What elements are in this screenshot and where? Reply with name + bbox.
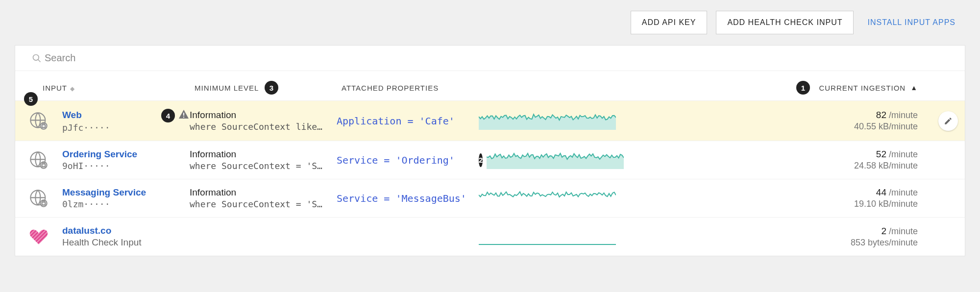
- col-ingestion-header[interactable]: 1 CURRENT INGESTION ▲: [626, 81, 947, 95]
- filter-expression: where SourceContext = 'Seq…: [190, 199, 327, 209]
- attached-properties: Application = 'Cafe': [337, 115, 479, 127]
- svg-rect-6: [183, 117, 184, 118]
- input-name-cell: Messaging Service0lzm·····: [62, 187, 190, 209]
- level-cell: Informationwhere SourceContext like '…: [190, 110, 337, 132]
- ingestion-rate: 2 /minute: [621, 226, 918, 237]
- api-key-preview: 0lzm·····: [62, 199, 190, 209]
- col-ingestion-label: CURRENT INGESTION: [819, 84, 906, 92]
- svg-point-0: [33, 55, 39, 61]
- col-input-label: INPUT: [43, 84, 67, 92]
- level-cell: Informationwhere SourceContext = 'Seq…: [190, 149, 337, 171]
- col-input-header[interactable]: INPUT◆: [43, 84, 195, 92]
- input-name-link[interactable]: Ordering Service: [62, 149, 137, 160]
- ingestion-rate: 52 /minute: [621, 149, 918, 160]
- ingestion-rate: 82 /minute: [621, 110, 918, 121]
- ingestion-cell: 44 /minute19.10 kB/minute: [621, 187, 947, 209]
- svg-line-1: [38, 60, 41, 62]
- sparkline-cell: [479, 188, 621, 209]
- heart-icon: [15, 226, 62, 247]
- ingestion-cell: 82 /minute40.55 kB/minute: [621, 110, 947, 132]
- edit-button[interactable]: [938, 111, 958, 131]
- globe-lock-icon: [15, 111, 62, 131]
- col-level-label: MINIMUM LEVEL: [195, 84, 259, 92]
- search-row: [15, 46, 965, 71]
- search-icon: [32, 53, 42, 63]
- attached-properties: Service = 'MessageBus': [337, 193, 479, 204]
- table-row[interactable]: Ordering Service9oHI·····Informationwher…: [15, 141, 965, 179]
- input-name-link[interactable]: Web: [62, 110, 82, 121]
- ingestion-cell: 52 /minute24.58 kB/minute: [621, 149, 947, 171]
- add-api-key-button[interactable]: ADD API KEY: [631, 11, 708, 34]
- minimum-level-value: Information: [190, 187, 337, 198]
- input-name-link[interactable]: Messaging Service: [62, 187, 146, 198]
- svg-rect-5: [183, 113, 184, 116]
- sparkline-cell: 2: [479, 149, 621, 171]
- api-key-preview: pJfc·····: [62, 122, 190, 133]
- inputs-panel: 5 INPUT◆ MINIMUM LEVEL 3 ATTACHED PROPER…: [15, 45, 965, 256]
- input-name-cell: Web4pJfc·····: [62, 109, 190, 133]
- minimum-level-value: Information: [190, 149, 337, 160]
- globe-lock-icon: [15, 150, 62, 170]
- sparkline-chart: [487, 149, 624, 171]
- search-input[interactable]: [45, 52, 956, 64]
- minimum-level-value: Information: [190, 110, 337, 121]
- globe-lock-icon: [15, 189, 62, 208]
- ingestion-bytes: 40.55 kB/minute: [621, 122, 918, 132]
- attached-properties: Service = 'Ordering': [337, 154, 479, 166]
- col-level-header: MINIMUM LEVEL 3: [195, 81, 342, 95]
- ingestion-rate: 44 /minute: [621, 187, 918, 198]
- filter-expression: where SourceContext = 'Seq…: [190, 161, 327, 171]
- install-input-apps-link[interactable]: INSTALL INPUT APPS: [862, 11, 960, 34]
- callout-badge-4: 4: [161, 109, 175, 122]
- toolbar: ADD API KEY ADD HEALTH CHECK INPUT INSTA…: [0, 0, 980, 45]
- warning-icon: [175, 109, 190, 122]
- sparkline-chart: [479, 188, 616, 209]
- callout-badge-3: 3: [265, 81, 278, 95]
- svg-point-13: [40, 200, 47, 206]
- input-name-cell: datalust.coHealth Check Input: [62, 225, 190, 248]
- table-row[interactable]: Web4pJfc·····Informationwhere SourceCont…: [15, 100, 965, 141]
- add-health-check-button[interactable]: ADD HEALTH CHECK INPUT: [716, 11, 854, 34]
- level-cell: Informationwhere SourceContext = 'Seq…: [190, 187, 337, 209]
- ingestion-bytes: 19.10 kB/minute: [621, 199, 918, 209]
- sparkline-cell: [479, 226, 621, 247]
- sort-diamond-icon: ◆: [70, 85, 75, 92]
- api-key-preview: 9oHI·····: [62, 161, 190, 171]
- ingestion-cell: 2 /minute853 bytes/minute: [621, 226, 947, 248]
- svg-point-9: [40, 162, 47, 168]
- sparkline-chart: [479, 226, 616, 247]
- col-props-header: ATTACHED PROPERTIES: [342, 84, 484, 92]
- input-subtitle: Health Check Input: [62, 237, 190, 248]
- filter-expression: where SourceContext like '…: [190, 122, 327, 132]
- sort-arrow-icon: ▲: [910, 84, 918, 92]
- input-name-link[interactable]: datalust.co: [62, 225, 111, 236]
- ingestion-bytes: 24.58 kB/minute: [621, 161, 918, 171]
- callout-badge-1: 1: [796, 81, 810, 95]
- svg-point-3: [40, 122, 47, 129]
- table-row[interactable]: datalust.coHealth Check Input2 /minute85…: [15, 217, 965, 256]
- table-row[interactable]: Messaging Service0lzm·····Informationwhe…: [15, 179, 965, 217]
- input-name-cell: Ordering Service9oHI·····: [62, 149, 190, 171]
- sparkline-cell: [479, 110, 621, 132]
- ingestion-bytes: 853 bytes/minute: [621, 238, 918, 248]
- table-header: INPUT◆ MINIMUM LEVEL 3 ATTACHED PROPERTI…: [15, 71, 965, 100]
- callout-badge-2: 2: [479, 153, 483, 167]
- sparkline-chart: [479, 110, 616, 132]
- callout-badge-5: 5: [24, 92, 38, 106]
